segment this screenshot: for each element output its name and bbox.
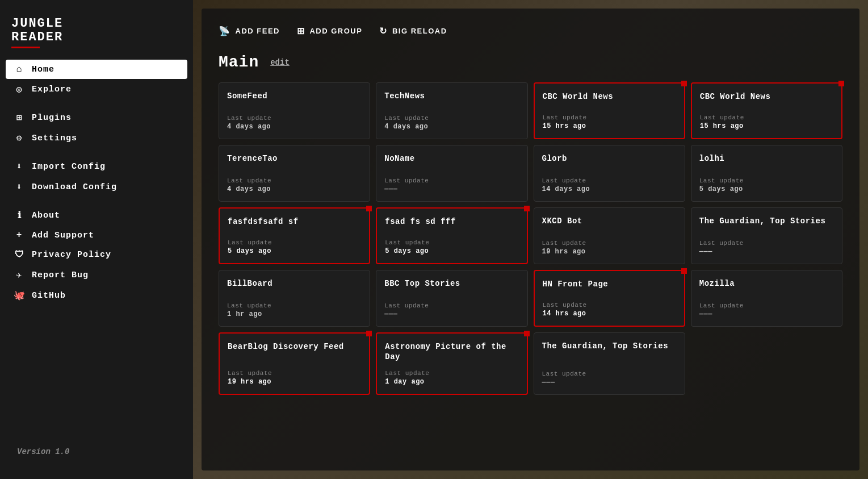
- feed-update-label: Last update: [699, 177, 834, 184]
- logo-underline: [11, 47, 40, 48]
- sidebar-item-privacy-policy[interactable]: 🛡 Privacy Policy: [6, 245, 187, 265]
- section-header: Main edit: [219, 53, 842, 71]
- home-icon: ⌂: [14, 64, 25, 74]
- big-reload-button[interactable]: ↻ BIG RELOAD: [379, 26, 447, 36]
- feed-card-technews[interactable]: TechNewsLast update4 days ago: [376, 82, 527, 139]
- feed-update-label: Last update: [227, 177, 362, 184]
- feed-update-label: Last update: [385, 239, 518, 246]
- sidebar-item-label: About: [32, 211, 60, 220]
- feed-update-label: Last update: [542, 370, 677, 377]
- feed-update-value: 4 days ago: [384, 123, 519, 131]
- feed-update-value: 4 days ago: [227, 123, 362, 131]
- feed-card-lolhi[interactable]: lolhiLast update5 days ago: [691, 145, 842, 202]
- feed-card-somefeed[interactable]: SomeFeedLast update4 days ago: [219, 82, 370, 139]
- sidebar: JUNGLEREADER ⌂ Home ◎ Explore ⊞ Plugins …: [0, 0, 193, 479]
- feed-name: TechNews: [384, 91, 519, 101]
- feed-update-label: Last update: [384, 302, 519, 309]
- sidebar-item-github[interactable]: 🐙 GitHub: [6, 285, 187, 306]
- sidebar-item-import-config[interactable]: ⬇ Import Config: [6, 156, 187, 177]
- feed-update-value: 19 hrs ago: [228, 378, 361, 386]
- sidebar-item-label: Download Config: [32, 182, 117, 192]
- plugins-icon: ⊞: [14, 112, 25, 123]
- info-icon: ℹ: [14, 210, 25, 221]
- main-content: 📡 ADD FEED ⊞ ADD GROUP ↻ BIG RELOAD Main…: [202, 9, 859, 470]
- feed-name: CBC World News: [700, 91, 833, 102]
- sidebar-item-home[interactable]: ⌂ Home: [6, 60, 187, 79]
- feed-card-bearblog[interactable]: BearBlog Discovery FeedLast update19 hrs…: [219, 332, 370, 395]
- sidebar-item-about[interactable]: ℹ About: [6, 205, 187, 226]
- feed-name: Astronomy Picture of the Day: [385, 341, 518, 362]
- feed-update-value: 5 days ago: [385, 247, 518, 255]
- feed-update-value: 15 hrs ago: [700, 122, 833, 130]
- feed-name: BillBoard: [227, 278, 362, 289]
- feed-update-value: 19 hrs ago: [542, 248, 677, 256]
- feed-update-value: 15 hrs ago: [543, 122, 676, 130]
- feed-update-value: ———: [384, 310, 519, 318]
- sidebar-item-download-config[interactable]: ⬇ Download Config: [6, 177, 187, 197]
- settings-icon: ⚙: [14, 132, 25, 144]
- feed-name: XKCD Bot: [542, 216, 677, 226]
- feed-update-label: Last update: [228, 370, 361, 377]
- big-reload-label: BIG RELOAD: [392, 27, 447, 35]
- section-title: Main: [219, 53, 259, 71]
- sidebar-item-plugins[interactable]: ⊞ Plugins: [6, 107, 187, 128]
- feed-name: Mozilla: [699, 278, 834, 289]
- toolbar: 📡 ADD FEED ⊞ ADD GROUP ↻ BIG RELOAD: [219, 26, 842, 36]
- feed-update-value: ———: [384, 185, 519, 193]
- feed-update-value: 4 days ago: [227, 185, 362, 193]
- shield-icon: 🛡: [14, 249, 25, 260]
- feed-card-fsadfssdffff[interactable]: fsad fs sd fffLast update5 days ago: [376, 207, 527, 264]
- import-icon: ⬇: [14, 161, 25, 172]
- feed-name: HN Front Page: [543, 279, 676, 289]
- feed-card-bbc-top-stories[interactable]: BBC Top StoriesLast update———: [376, 270, 527, 327]
- feed-name: BBC Top Stories: [384, 278, 519, 289]
- feed-update-label: Last update: [700, 114, 833, 121]
- feed-card-cbc-world-news-2[interactable]: CBC World NewsLast update15 hrs ago: [691, 82, 842, 139]
- sidebar-nav: ⌂ Home ◎ Explore ⊞ Plugins ⚙ Settings ⬇ …: [0, 60, 193, 306]
- add-group-button[interactable]: ⊞ ADD GROUP: [297, 26, 362, 36]
- add-feed-button[interactable]: 📡 ADD FEED: [219, 26, 280, 36]
- feed-update-label: Last update: [542, 177, 677, 184]
- sidebar-item-label: Add Support: [32, 231, 94, 240]
- feed-update-label: Last update: [384, 115, 519, 122]
- feed-update-value: ———: [699, 310, 834, 318]
- feed-name: The Guardian, Top Stories: [699, 216, 834, 226]
- sidebar-item-label: Home: [32, 65, 54, 74]
- feed-card-hn-front-page[interactable]: HN Front PageLast update14 hrs ago: [534, 270, 685, 327]
- feed-card-terencetao[interactable]: TerenceTaoLast update4 days ago: [219, 145, 370, 202]
- sidebar-item-label: Report Bug: [32, 270, 89, 280]
- feed-name: fasfdsfsafd sf: [228, 216, 361, 227]
- sidebar-item-label: Settings: [32, 134, 77, 143]
- sidebar-item-add-support[interactable]: + Add Support: [6, 226, 187, 245]
- download-icon: ⬇: [14, 181, 25, 193]
- plus-icon: +: [14, 230, 25, 240]
- feed-card-astronomy[interactable]: Astronomy Picture of the DayLast update1…: [376, 332, 527, 395]
- rss-icon: 📡: [219, 26, 231, 36]
- feed-update-label: Last update: [543, 114, 676, 121]
- logo-text: JUNGLEREADER: [11, 17, 182, 44]
- feed-card-glorb[interactable]: GlorbLast update14 days ago: [534, 145, 685, 202]
- version-label: Version 1.0: [0, 436, 193, 468]
- feed-card-xkcd-bot[interactable]: XKCD BotLast update19 hrs ago: [534, 207, 685, 264]
- sidebar-item-label: Plugins: [32, 113, 72, 123]
- feed-update-value: ———: [699, 248, 834, 256]
- feed-card-guardian-top-1[interactable]: The Guardian, Top StoriesLast update———: [691, 207, 842, 264]
- feed-card-billboard[interactable]: BillBoardLast update1 hr ago: [219, 270, 370, 327]
- sidebar-item-label: GitHub: [32, 291, 66, 301]
- feed-update-label: Last update: [227, 115, 362, 122]
- feed-card-fasfdsfsafdssf[interactable]: fasfdsfsafd sfLast update5 days ago: [219, 207, 370, 264]
- feed-name: BearBlog Discovery Feed: [228, 341, 361, 352]
- feed-name: SomeFeed: [227, 91, 362, 101]
- sidebar-item-explore[interactable]: ◎ Explore: [6, 79, 187, 99]
- app-logo: JUNGLEREADER: [0, 11, 193, 60]
- edit-button[interactable]: edit: [270, 58, 290, 67]
- bug-icon: ✈: [14, 269, 25, 281]
- feed-card-noname[interactable]: NoNameLast update———: [376, 145, 527, 202]
- feed-card-mozilla[interactable]: MozillaLast update———: [691, 270, 842, 327]
- feed-update-value: 1 hr ago: [227, 310, 362, 318]
- feed-card-guardian-top-2[interactable]: The Guardian, Top StoriesLast update———: [534, 332, 685, 395]
- sidebar-item-settings[interactable]: ⚙ Settings: [6, 128, 187, 148]
- feed-name: CBC World News: [543, 91, 676, 102]
- sidebar-item-report-bug[interactable]: ✈ Report Bug: [6, 265, 187, 285]
- feed-card-cbc-world-news-1[interactable]: CBC World NewsLast update15 hrs ago: [534, 82, 685, 139]
